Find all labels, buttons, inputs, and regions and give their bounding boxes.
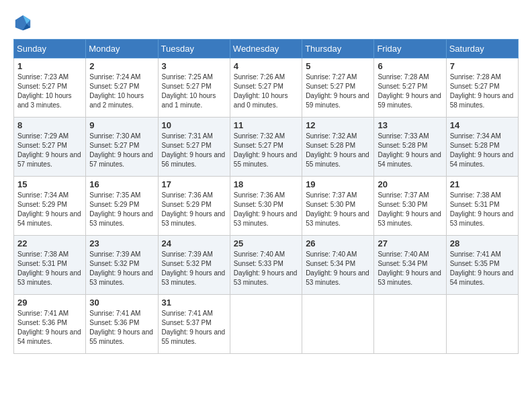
day-info: Sunrise: 7:27 AM Sunset: 5:27 PM Dayligh…	[306, 73, 370, 110]
weekday-header-tuesday: Tuesday	[158, 40, 230, 58]
sunset-label: Sunset: 5:28 PM	[450, 142, 500, 149]
sunset-label: Sunset: 5:27 PM	[234, 142, 283, 149]
day-info: Sunrise: 7:40 AM Sunset: 5:33 PM Dayligh…	[234, 250, 298, 287]
calendar-cell: 17 Sunrise: 7:36 AM Sunset: 5:29 PM Dayl…	[158, 177, 230, 236]
sunset-label: Sunset: 5:37 PM	[162, 319, 212, 326]
logo-icon	[13, 13, 32, 32]
calendar-cell: 18 Sunrise: 7:36 AM Sunset: 5:30 PM Dayl…	[230, 177, 302, 236]
day-info: Sunrise: 7:26 AM Sunset: 5:27 PM Dayligh…	[234, 73, 298, 110]
sunset-label: Sunset: 5:27 PM	[162, 83, 212, 90]
daylight-label: Daylight: 9 hours and 53 minutes.	[234, 210, 298, 227]
day-number: 21	[450, 179, 515, 189]
daylight-label: Daylight: 9 hours and 58 minutes.	[450, 92, 514, 109]
day-info: Sunrise: 7:40 AM Sunset: 5:34 PM Dayligh…	[378, 250, 442, 287]
calendar-cell: 26 Sunrise: 7:40 AM Sunset: 5:34 PM Dayl…	[302, 236, 374, 295]
day-number: 18	[234, 179, 298, 189]
sunset-label: Sunset: 5:27 PM	[17, 142, 67, 149]
sunrise-label: Sunrise: 7:39 AM	[89, 250, 140, 258]
calendar-cell	[302, 295, 374, 354]
calendar-cell	[446, 295, 518, 354]
calendar-cell: 23 Sunrise: 7:39 AM Sunset: 5:32 PM Dayl…	[86, 236, 158, 295]
weekday-header-wednesday: Wednesday	[230, 40, 302, 58]
daylight-label: Daylight: 10 hours and 1 minute.	[162, 92, 216, 109]
sunrise-label: Sunrise: 7:38 AM	[17, 250, 69, 258]
day-number: 4	[234, 61, 298, 71]
calendar-cell: 24 Sunrise: 7:39 AM Sunset: 5:32 PM Dayl…	[158, 236, 230, 295]
sunrise-label: Sunrise: 7:33 AM	[378, 132, 429, 140]
daylight-label: Daylight: 9 hours and 53 minutes.	[89, 210, 153, 227]
day-number: 16	[89, 179, 154, 189]
calendar-table: SundayMondayTuesdayWednesdayThursdayFrid…	[13, 39, 519, 354]
calendar-cell: 28 Sunrise: 7:41 AM Sunset: 5:35 PM Dayl…	[446, 236, 518, 295]
calendar-cell: 6 Sunrise: 7:28 AM Sunset: 5:27 PM Dayli…	[374, 58, 446, 118]
daylight-label: Daylight: 9 hours and 56 minutes.	[162, 151, 226, 168]
day-info: Sunrise: 7:23 AM Sunset: 5:27 PM Dayligh…	[17, 73, 82, 110]
sunrise-label: Sunrise: 7:41 AM	[89, 310, 140, 317]
daylight-label: Daylight: 9 hours and 55 minutes.	[306, 151, 369, 168]
sunset-label: Sunset: 5:29 PM	[17, 201, 67, 208]
day-info: Sunrise: 7:36 AM Sunset: 5:29 PM Dayligh…	[162, 191, 226, 228]
calendar-cell: 9 Sunrise: 7:30 AM Sunset: 5:27 PM Dayli…	[86, 118, 158, 177]
calendar-cell	[374, 295, 446, 354]
sunset-label: Sunset: 5:27 PM	[450, 83, 500, 90]
day-number: 30	[89, 298, 154, 308]
sunrise-label: Sunrise: 7:30 AM	[89, 132, 140, 140]
sunrise-label: Sunrise: 7:26 AM	[234, 73, 285, 81]
day-info: Sunrise: 7:32 AM Sunset: 5:28 PM Dayligh…	[306, 132, 370, 169]
daylight-label: Daylight: 10 hours and 2 minutes.	[89, 92, 144, 109]
daylight-label: Daylight: 9 hours and 53 minutes.	[306, 269, 369, 286]
day-info: Sunrise: 7:24 AM Sunset: 5:27 PM Dayligh…	[89, 73, 154, 110]
day-info: Sunrise: 7:40 AM Sunset: 5:34 PM Dayligh…	[306, 250, 370, 287]
sunset-label: Sunset: 5:32 PM	[89, 260, 139, 267]
weekday-header-thursday: Thursday	[302, 40, 374, 58]
sunset-label: Sunset: 5:32 PM	[162, 260, 212, 267]
daylight-label: Daylight: 9 hours and 54 minutes.	[450, 151, 514, 168]
day-number: 25	[234, 238, 298, 248]
sunrise-label: Sunrise: 7:41 AM	[450, 250, 501, 258]
day-number: 2	[89, 61, 154, 71]
day-number: 9	[89, 120, 154, 130]
calendar-cell: 16 Sunrise: 7:35 AM Sunset: 5:29 PM Dayl…	[86, 177, 158, 236]
sunrise-label: Sunrise: 7:35 AM	[89, 191, 140, 199]
day-info: Sunrise: 7:34 AM Sunset: 5:29 PM Dayligh…	[17, 191, 82, 228]
sunset-label: Sunset: 5:28 PM	[378, 142, 427, 149]
day-info: Sunrise: 7:36 AM Sunset: 5:30 PM Dayligh…	[234, 191, 298, 228]
sunrise-label: Sunrise: 7:31 AM	[162, 132, 213, 140]
calendar-cell: 14 Sunrise: 7:34 AM Sunset: 5:28 PM Dayl…	[446, 118, 518, 177]
sunrise-label: Sunrise: 7:41 AM	[162, 310, 213, 317]
daylight-label: Daylight: 9 hours and 53 minutes.	[306, 210, 369, 227]
day-number: 24	[162, 238, 226, 248]
day-number: 3	[162, 61, 226, 71]
day-number: 20	[378, 179, 442, 189]
sunrise-label: Sunrise: 7:29 AM	[17, 132, 69, 140]
calendar-cell: 11 Sunrise: 7:32 AM Sunset: 5:27 PM Dayl…	[230, 118, 302, 177]
sunrise-label: Sunrise: 7:41 AM	[17, 310, 69, 317]
sunset-label: Sunset: 5:27 PM	[17, 83, 67, 90]
sunrise-label: Sunrise: 7:34 AM	[17, 191, 69, 199]
day-number: 26	[306, 238, 370, 248]
day-info: Sunrise: 7:34 AM Sunset: 5:28 PM Dayligh…	[450, 132, 515, 169]
weekday-header-friday: Friday	[374, 40, 446, 58]
day-number: 29	[17, 298, 82, 308]
weekday-header-monday: Monday	[86, 40, 158, 58]
day-info: Sunrise: 7:35 AM Sunset: 5:29 PM Dayligh…	[89, 191, 154, 228]
sunset-label: Sunset: 5:35 PM	[450, 260, 500, 267]
day-number: 1	[17, 61, 82, 71]
day-number: 6	[378, 61, 442, 71]
daylight-label: Daylight: 9 hours and 53 minutes.	[162, 269, 226, 286]
day-info: Sunrise: 7:31 AM Sunset: 5:27 PM Dayligh…	[162, 132, 226, 169]
sunset-label: Sunset: 5:27 PM	[89, 83, 139, 90]
day-info: Sunrise: 7:41 AM Sunset: 5:35 PM Dayligh…	[450, 250, 515, 287]
daylight-label: Daylight: 10 hours and 3 minutes.	[17, 92, 72, 109]
calendar-cell: 21 Sunrise: 7:38 AM Sunset: 5:31 PM Dayl…	[446, 177, 518, 236]
daylight-label: Daylight: 9 hours and 53 minutes.	[162, 210, 226, 227]
day-info: Sunrise: 7:29 AM Sunset: 5:27 PM Dayligh…	[17, 132, 82, 169]
sunset-label: Sunset: 5:34 PM	[378, 260, 427, 267]
day-number: 28	[450, 238, 515, 248]
day-number: 10	[162, 120, 226, 130]
day-info: Sunrise: 7:41 AM Sunset: 5:36 PM Dayligh…	[17, 309, 82, 347]
day-number: 15	[17, 179, 82, 189]
page: SundayMondayTuesdayWednesdayThursdayFrid…	[0, 0, 532, 361]
day-number: 19	[306, 179, 370, 189]
weekday-header-saturday: Saturday	[446, 40, 518, 58]
